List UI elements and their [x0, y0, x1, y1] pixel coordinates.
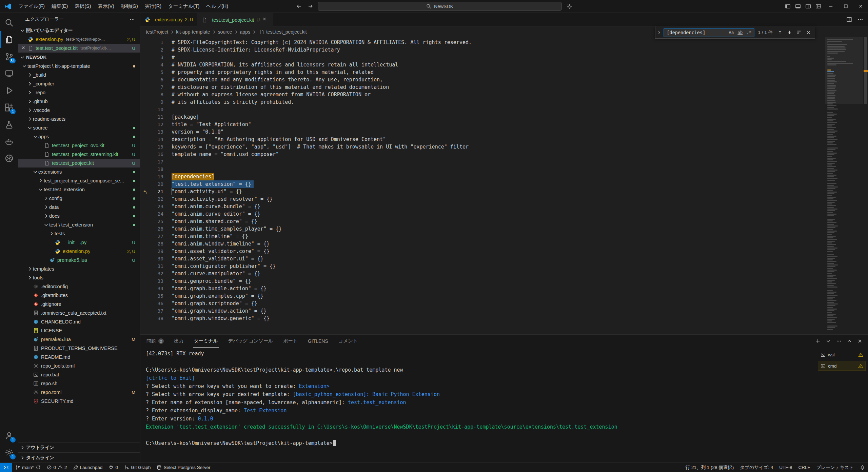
tree-folder[interactable]: _compiler — [18, 79, 140, 88]
status-encoding[interactable]: UTF-8 — [776, 463, 795, 472]
menu-item-7[interactable]: ヘルプ(H) — [203, 0, 232, 13]
editor-scrollbar[interactable] — [863, 37, 868, 334]
tree-file[interactable]: premake5.luaM — [18, 335, 140, 344]
tree-folder[interactable]: tests — [18, 229, 140, 238]
tree-folder[interactable]: tools — [18, 273, 140, 282]
tree-folder[interactable]: data — [18, 203, 140, 212]
status-git-graph[interactable]: Git Graph — [121, 463, 154, 472]
regex-icon[interactable]: .* — [745, 29, 753, 35]
tree-file[interactable]: .editorconfig — [18, 282, 140, 291]
editor-more-actions-icon[interactable] — [857, 17, 863, 22]
status-cursor-position[interactable]: 行 21、列 1 (28 個選択) — [683, 463, 737, 472]
split-editor-icon[interactable] — [846, 17, 852, 22]
status-eol[interactable]: CRLF — [795, 463, 813, 472]
history-forward-icon[interactable] — [306, 2, 314, 11]
breadcrumb-item[interactable]: kit-app-template — [176, 29, 210, 35]
status-remote-indicator[interactable] — [0, 463, 12, 472]
tree-file[interactable]: test.test_peoject.kitU — [18, 159, 140, 168]
activity-docker[interactable] — [0, 133, 18, 150]
maximize-button[interactable] — [838, 0, 853, 13]
tree-file[interactable]: SECURITY.md — [18, 397, 140, 406]
panel-tab[interactable]: コメント — [338, 335, 358, 348]
status-port-count[interactable]: 0 — [105, 463, 121, 472]
menu-item-0[interactable]: ファイル(F) — [15, 0, 48, 13]
find-next-icon[interactable] — [786, 29, 793, 36]
tree-file[interactable]: $repo.sh — [18, 379, 140, 388]
tree-folder[interactable]: .github — [18, 97, 140, 106]
copilot-sparkle-icon[interactable] — [140, 188, 150, 195]
workspace-header[interactable]: NEWSDK — [18, 53, 140, 62]
new-terminal-icon[interactable] — [815, 338, 821, 344]
settings-gear-icon[interactable] — [565, 2, 573, 11]
tree-folder[interactable]: test \ test_extension — [18, 220, 140, 229]
activity-remote-explorer[interactable] — [0, 65, 18, 82]
activity-search[interactable] — [0, 14, 18, 31]
panel-tab[interactable]: ターミナル — [193, 335, 218, 348]
tree-file[interactable]: PRODUCT_TERMS_OMNIVERSE — [18, 344, 140, 353]
minimap[interactable] — [825, 37, 863, 334]
tree-file[interactable]: .omniverse_eula_accepted.txt — [18, 309, 140, 317]
tree-file[interactable]: __init__.pyU — [18, 238, 140, 247]
status-problems[interactable]: 02 — [44, 463, 70, 472]
status-indentation[interactable]: タブのサイズ: 4 — [737, 463, 776, 472]
tree-folder[interactable]: _build — [18, 71, 140, 79]
minimap-slider[interactable] — [825, 37, 863, 104]
open-editor-item[interactable]: test.test_peoject.kittestProject\kit-...… — [18, 44, 140, 53]
editor-tab[interactable]: test.test_peoject.kitU — [197, 13, 273, 26]
activity-kubernetes[interactable] — [0, 150, 18, 167]
status-notifications[interactable] — [857, 463, 868, 472]
tree-folder[interactable]: source — [18, 123, 140, 132]
open-editors-header[interactable]: 開いているエディター — [18, 26, 140, 35]
activity-explorer[interactable] — [0, 31, 18, 48]
tree-folder[interactable]: _repo — [18, 88, 140, 97]
tree-folder[interactable]: readme-assets — [18, 115, 140, 123]
outline-header[interactable]: アウトライン — [18, 442, 140, 452]
toggle-sidebar-icon[interactable] — [783, 0, 793, 13]
close-panel-icon[interactable] — [857, 338, 863, 344]
status-postgres-server[interactable]: Select Postgres Server — [154, 463, 213, 472]
tree-file[interactable]: extension.py2, U — [18, 247, 140, 256]
customize-layout-icon[interactable] — [813, 0, 823, 13]
find-query[interactable]: [dependencies] — [667, 30, 726, 35]
terminal-list-item[interactable]: cmd — [818, 361, 866, 371]
activity-testing[interactable] — [0, 116, 18, 133]
activity-source-control[interactable]: 34 — [0, 48, 18, 65]
tree-folder[interactable]: templates — [18, 264, 140, 273]
panel-more-icon[interactable] — [836, 338, 842, 344]
code-area[interactable]: 1# SPDX-FileCopyrightText: Copyright (c)… — [140, 37, 825, 334]
tree-folder[interactable]: docs — [18, 212, 140, 220]
activity-settings[interactable]: 1 — [0, 444, 18, 461]
tree-folder[interactable]: apps — [18, 132, 140, 141]
tree-file[interactable]: premake5.luaU — [18, 256, 140, 264]
panel-tab[interactable]: GITLENS — [307, 335, 329, 348]
find-input[interactable]: [dependencies] Aa ab .* — [664, 28, 754, 37]
tree-folder[interactable]: extensions — [18, 168, 140, 176]
tree-file[interactable]: .gitattributes — [18, 291, 140, 300]
panel-tab[interactable]: ポート — [282, 335, 298, 348]
breadcrumb-item[interactable]: source — [218, 29, 232, 35]
menu-item-6[interactable]: ターミナル(T) — [165, 0, 203, 13]
close-window-button[interactable] — [853, 0, 868, 13]
search-box[interactable]: NewSDK — [318, 2, 562, 11]
find-previous-icon[interactable] — [776, 29, 784, 36]
tree-file[interactable]: README.md — [18, 353, 140, 361]
match-case-icon[interactable]: Aa — [727, 29, 735, 35]
toggle-secondary-sidebar-icon[interactable] — [803, 0, 813, 13]
terminal-output[interactable]: [42.073s] RTX ready C:\Users\s-kos\Omniv… — [140, 348, 817, 463]
tree-file[interactable]: repo_tools.toml — [18, 361, 140, 370]
activity-extensions[interactable]: 1 — [0, 99, 18, 116]
tree-folder[interactable]: config — [18, 194, 140, 203]
menu-item-5[interactable]: 実行(R) — [141, 0, 165, 13]
timeline-header[interactable]: タイムライン — [18, 452, 140, 463]
menu-item-3[interactable]: 表示(V) — [95, 0, 118, 13]
close-icon[interactable] — [262, 17, 269, 23]
status-launchpad[interactable]: Launchpad — [70, 463, 106, 472]
menu-item-1[interactable]: 編集(E) — [48, 0, 71, 13]
maximize-panel-icon[interactable] — [847, 338, 852, 344]
tree-folder[interactable]: test.test_extension — [18, 185, 140, 194]
tree-file[interactable]: repo.tomlM — [18, 388, 140, 397]
close-icon[interactable] — [21, 45, 27, 51]
minimize-button[interactable] — [823, 0, 838, 13]
history-back-icon[interactable] — [295, 2, 303, 11]
menu-item-4[interactable]: 移動(G) — [118, 0, 141, 13]
